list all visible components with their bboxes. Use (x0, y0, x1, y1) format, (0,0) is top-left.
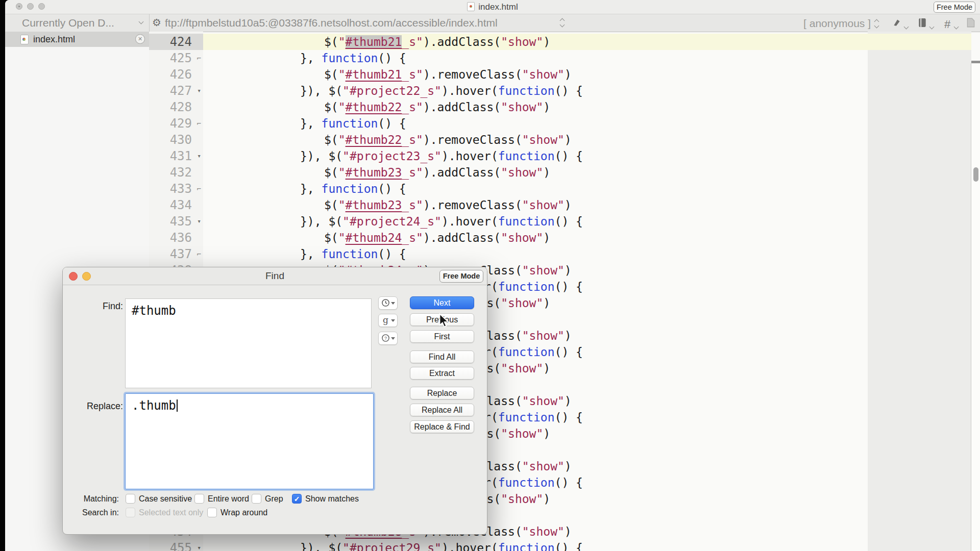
matching-label: Matching: (73, 494, 119, 504)
code-line[interactable]: $("#thumb24_s").addClass("show") (203, 230, 971, 246)
show-matches-checkbox[interactable]: ✓ (292, 494, 302, 504)
document-path[interactable]: ftp://ftpmbelstud10a5:@03387f6.netsolhos… (165, 17, 498, 29)
line-number: 431▾ (149, 148, 203, 164)
code-line[interactable]: $("#thumb22_s").addClass("show") (203, 99, 971, 115)
line-number: 428 (149, 99, 203, 115)
line-number: 436 (149, 230, 203, 246)
extract-button[interactable]: Extract (410, 367, 474, 380)
selected-text-only-checkbox (126, 508, 135, 517)
find-dialog-titlebar[interactable]: Find Free Mode (63, 267, 487, 285)
code-line[interactable]: $("#thumb23_s").addClass("show") (203, 164, 971, 181)
line-number: 434 (149, 197, 203, 213)
free-mode-badge[interactable]: Free Mode (439, 270, 483, 283)
line-number: 430 (149, 132, 203, 148)
code-line[interactable]: }), $("#project24_s").hover(function() { (203, 213, 971, 230)
replace-input[interactable]: .thumb (125, 393, 374, 489)
replace-all-button[interactable]: Replace All (410, 404, 474, 416)
grep-checkbox[interactable] (252, 494, 261, 504)
selected-text-only-label: Selected text only (139, 508, 203, 517)
wrap-around-checkbox[interactable] (207, 508, 217, 517)
free-mode-badge[interactable]: Free Mode (934, 2, 975, 13)
code-line[interactable]: $("#thumb23_s").removeClass("show") (203, 197, 971, 213)
code-line[interactable]: }, function() { (203, 246, 971, 262)
entire-word-label: Entire word (208, 494, 249, 504)
chevron-down-icon[interactable] (904, 21, 908, 31)
clock-icon (381, 298, 390, 307)
help-patterns-button[interactable]: ? (378, 332, 398, 345)
path-popup-icon[interactable] (560, 18, 567, 27)
fold-triangle-icon[interactable]: ▾ (197, 213, 201, 230)
pages-icon[interactable] (918, 18, 927, 30)
document-icon (467, 2, 475, 11)
hash-icon[interactable]: # (944, 18, 950, 31)
line-number: 429⌐ (149, 115, 203, 132)
svg-text:?: ? (384, 336, 387, 341)
grep-patterns-button[interactable]: g (378, 314, 398, 327)
line-number: 435▾ (149, 213, 203, 230)
code-line[interactable]: }, function() { (203, 115, 971, 132)
toolbar: Currently Open D... ⚙ ftp://ftpmbelstud1… (5, 14, 980, 32)
html-file-icon (20, 35, 29, 44)
fold-triangle-icon[interactable]: ▾ (197, 148, 201, 164)
fold-end-icon[interactable]: ⌐ (197, 50, 201, 66)
chevron-down-icon[interactable] (930, 21, 934, 31)
line-number: 432 (149, 164, 203, 181)
wrap-around-label: Wrap around (220, 508, 267, 517)
question-icon: ? (381, 334, 390, 342)
next-button[interactable]: Next (410, 296, 474, 309)
text-caret (177, 399, 178, 412)
replace-and-find-button[interactable]: Replace & Find (410, 420, 474, 433)
case-sensitive-checkbox[interactable] (126, 494, 135, 504)
sidebar-item-index-html[interactable]: index.html ✕ (5, 32, 149, 47)
scrollbar-thumb[interactable] (973, 167, 978, 182)
chevron-down-icon (139, 19, 144, 24)
line-number: 433⌐ (149, 181, 203, 197)
find-dialog: Find Free Mode Find: #thumb Replace: .th… (62, 267, 487, 535)
sidebar-header-label: Currently Open D... (22, 17, 114, 29)
entire-word-checkbox[interactable] (194, 494, 204, 504)
code-line[interactable]: }), $("#project22_s").hover(function() { (203, 83, 971, 99)
close-file-icon[interactable]: ✕ (135, 34, 145, 44)
fold-triangle-icon[interactable]: ▾ (197, 83, 201, 99)
fold-end-icon[interactable]: ⌐ (197, 115, 201, 132)
search-in-label: Search in: (73, 508, 119, 517)
window-title: index.html (5, 2, 980, 12)
fold-triangle-icon[interactable]: ▾ (197, 540, 201, 551)
line-number: 426 (149, 66, 203, 83)
gear-icon[interactable]: ⚙ (152, 16, 161, 29)
grep-icon: g (381, 316, 390, 324)
replace-button[interactable]: Replace (410, 387, 474, 399)
code-line[interactable]: $("#thumb21_s").removeClass("show") (203, 66, 971, 83)
document-icon[interactable] (967, 18, 975, 30)
marker-icon[interactable] (892, 18, 901, 29)
line-number: 425⌐ (149, 50, 203, 66)
show-matches-label: Show matches (305, 494, 359, 504)
chevron-down-icon[interactable] (954, 21, 958, 31)
fold-end-icon[interactable]: ⌐ (197, 181, 201, 197)
mouse-cursor (437, 313, 450, 329)
find-field-label: Find: (78, 301, 123, 312)
line-number: 424 (149, 34, 203, 50)
case-sensitive-label: Case sensitive (139, 494, 192, 504)
code-line[interactable]: $("#thumb22_s").removeClass("show") (203, 132, 971, 148)
code-line[interactable]: }), $("#project23_s").hover(function() { (203, 148, 971, 164)
first-button[interactable]: First (410, 330, 474, 343)
search-history-button[interactable] (378, 296, 398, 310)
line-number: 455▾ (149, 540, 203, 551)
sidebar-header-dropdown[interactable]: Currently Open D... (5, 14, 150, 32)
account-popup-icon[interactable] (875, 19, 878, 29)
find-all-button[interactable]: Find All (410, 350, 474, 363)
window-titlebar: index.html Free Mode (5, 0, 980, 14)
code-line[interactable]: }, function() { (203, 50, 971, 66)
code-line[interactable]: $("#thumb21_s").addClass("show") (203, 34, 971, 50)
code-line[interactable]: }, function() { (203, 181, 971, 197)
grep-label: Grep (265, 494, 283, 504)
desktop-background (0, 0, 5, 551)
fold-end-icon[interactable]: ⌐ (197, 246, 201, 262)
account-selector[interactable]: [ anonymous ] (786, 17, 871, 30)
line-number: 437⌐ (149, 246, 203, 262)
vertical-scrollbar[interactable] (971, 63, 980, 551)
code-line[interactable]: }), $("#project29_s").hover(function() { (203, 540, 971, 551)
find-input[interactable]: #thumb (125, 298, 372, 388)
line-number: 427▾ (149, 83, 203, 99)
